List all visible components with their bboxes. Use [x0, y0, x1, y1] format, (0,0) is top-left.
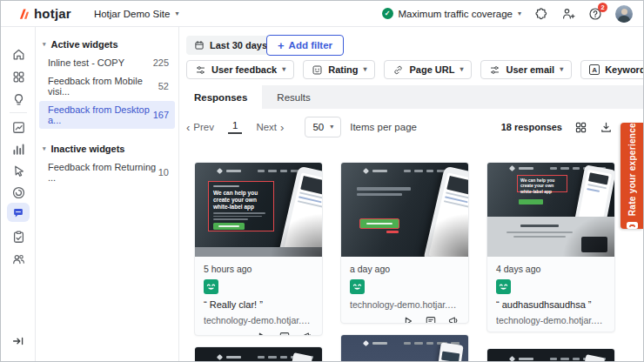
add-filter-button[interactable]: + Add filter — [266, 35, 344, 56]
widget-count: 225 — [153, 57, 169, 68]
widget-item-selected[interactable]: Feedback from Desktop a... 167 — [39, 101, 175, 129]
inactive-widgets-header[interactable]: ▾ Inactive widgets — [36, 140, 178, 158]
response-card[interactable]: We can help you create your own white-la… — [486, 162, 615, 332]
items-per-page-label: Items per page — [350, 122, 417, 132]
widget-item[interactable]: Inline test - COPY 225 — [39, 54, 175, 71]
date-range-label: Last 30 days — [210, 40, 267, 50]
comments-button[interactable] — [278, 331, 291, 336]
filter-user-feedback[interactable]: User feedback ▾ — [186, 60, 294, 79]
widget-item[interactable]: Feedback from Returning ... 10 — [39, 158, 175, 186]
response-card-partial[interactable] — [340, 334, 469, 361]
layout-toggle-button[interactable] — [574, 120, 587, 134]
site-selector-label: Hotjar Demo Site — [94, 9, 171, 19]
traffic-coverage-selector[interactable]: ✓ Maximum traffic coverage ▾ — [382, 8, 521, 19]
avatar[interactable] — [615, 5, 633, 23]
prev-page-button[interactable]: ‹ Prev — [186, 122, 214, 133]
sidebar-item-home[interactable] — [10, 46, 26, 62]
megaphone-icon — [301, 331, 313, 336]
response-time: 4 days ago — [496, 264, 606, 274]
responses-grid: We can help you create your own white-la… — [194, 162, 615, 361]
smiley-icon — [312, 64, 323, 76]
feedback-emoji-icon — [496, 279, 511, 294]
site-selector[interactable]: Hotjar Demo Site ▾ — [94, 9, 179, 19]
nav-rail — [1, 27, 36, 361]
rate-experience-label: Rate your experience — [627, 123, 637, 216]
recordings-spiral-icon — [11, 185, 26, 200]
highlighted-element — [359, 218, 399, 229]
response-url: technology-demo.hotjar.com/mobile-app — [204, 315, 313, 325]
response-card-partial[interactable] — [486, 348, 615, 361]
chevron-left-icon: ‹ — [186, 122, 190, 133]
comment-icon — [278, 331, 291, 336]
page-size-select[interactable]: 50 ▾ — [305, 117, 341, 137]
sidebar-item-heatmaps[interactable] — [10, 163, 26, 178]
play-recording-button[interactable] — [256, 331, 268, 336]
sidebar-item-surveys[interactable] — [10, 229, 26, 245]
lightbulb-icon — [11, 92, 26, 107]
chevron-right-icon: › — [280, 122, 284, 133]
chevron-down-icon: ▾ — [282, 66, 285, 73]
hotjar-app: hotjar Hotjar Demo Site ▾ ✓ Maximum traf… — [0, 0, 644, 362]
play-recording-button[interactable] — [540, 331, 553, 332]
tab-results[interactable]: Results — [262, 85, 325, 109]
people-icon — [11, 251, 26, 266]
person-add-icon — [561, 7, 575, 21]
screenshot-cta-button — [213, 223, 245, 230]
sidebar-item-interviews[interactable] — [10, 251, 26, 266]
widget-item[interactable]: Feedback from Mobile visi... 52 — [39, 72, 175, 100]
help-button[interactable]: 2 — [588, 7, 602, 21]
sidebar-item-insights[interactable] — [10, 91, 26, 107]
response-screenshot[interactable]: We can help you create your own white-la… — [195, 163, 322, 257]
broadcast-button[interactable] — [301, 331, 313, 336]
broadcast-button[interactable] — [594, 331, 606, 332]
megaphone-icon — [447, 315, 460, 324]
screenshot-phone — [423, 165, 468, 257]
collapse-sidebar-button[interactable] — [10, 333, 26, 349]
filter-keyword[interactable]: A Keyword ▾ — [580, 60, 644, 79]
megaphone-icon — [594, 331, 606, 332]
broadcast-button[interactable] — [447, 315, 460, 324]
filter-user-email[interactable]: User email ▾ — [480, 60, 572, 79]
response-card-partial[interactable] — [194, 346, 323, 361]
chevron-down-icon: ▾ — [518, 10, 521, 17]
response-card[interactable]: a day ago technology-demo.hotjar.com/mob… — [340, 162, 469, 324]
filter-page-url[interactable]: Page URL ▾ — [384, 60, 472, 79]
highlighted-element: We can help you create your own white-la… — [517, 175, 567, 192]
click-cursor-icon — [11, 164, 26, 178]
dashboards-icon — [11, 70, 26, 84]
response-screenshot[interactable]: We can help you create your own white-la… — [487, 163, 614, 257]
rate-experience-tab[interactable]: Rate your experience — [621, 123, 643, 229]
sidebar-item-trends[interactable] — [10, 119, 26, 135]
grid-layout-icon — [574, 121, 587, 134]
feedback-chat-icon — [11, 206, 25, 219]
notification-badge: 2 — [598, 3, 607, 12]
plus-icon: + — [278, 40, 285, 51]
puzzle-icon — [534, 7, 548, 21]
hotjar-logo[interactable]: hotjar — [17, 6, 71, 21]
response-url: technology-demo.hotjar.com/mobile-app — [496, 315, 606, 325]
tab-responses[interactable]: Responses — [179, 85, 262, 109]
comments-button[interactable]: 1 — [563, 331, 583, 332]
active-widgets-header[interactable]: ▾ Active widgets — [36, 36, 178, 53]
next-page-button[interactable]: Next › — [256, 122, 284, 133]
download-icon — [600, 121, 613, 134]
response-card[interactable]: We can help you create your own white-la… — [194, 162, 323, 336]
invite-user-button[interactable] — [561, 7, 575, 21]
download-button[interactable] — [599, 120, 613, 134]
comments-button[interactable] — [425, 315, 437, 324]
screenshot-cta-button — [519, 199, 543, 204]
play-icon — [256, 331, 268, 336]
response-screenshot[interactable] — [341, 163, 468, 257]
sidebar-item-feedback[interactable] — [7, 203, 30, 222]
current-page-number[interactable]: 1 — [228, 120, 242, 134]
integrations-button[interactable] — [534, 7, 548, 21]
traffic-coverage-label: Maximum traffic coverage — [399, 9, 513, 19]
sidebar-item-funnels[interactable] — [10, 141, 26, 157]
filter-rating[interactable]: Rating ▾ — [303, 60, 375, 79]
sidebar-item-dashboards[interactable] — [10, 69, 26, 84]
section-collapse-icon: ▾ — [43, 41, 46, 48]
sidebar-item-recordings[interactable] — [10, 184, 26, 200]
play-icon — [402, 315, 414, 324]
chevron-down-icon: ▾ — [363, 66, 366, 73]
play-recording-button[interactable] — [402, 315, 414, 324]
